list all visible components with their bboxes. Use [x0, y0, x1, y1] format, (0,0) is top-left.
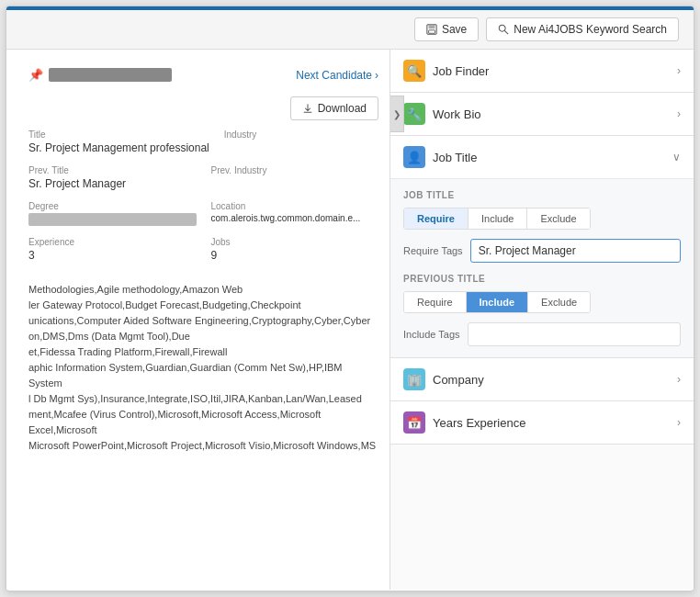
svg-line-4: [505, 30, 509, 34]
job-finder-header-left: 🔍 Job Finder: [403, 60, 489, 82]
job-finder-title: Job Finder: [433, 64, 489, 78]
tab-require-prev-title[interactable]: Require: [404, 292, 467, 312]
collapse-icon: ❯: [393, 109, 401, 119]
degree-label: Degree: [28, 201, 197, 211]
svg-rect-2: [428, 30, 435, 33]
tab-exclude-prev-title[interactable]: Exclude: [528, 292, 590, 312]
location-value: com.alerois.twg.common.domain.e...: [211, 213, 379, 223]
right-panel: ❯ 🔍 Job Finder › 🔧 Work Bio: [390, 50, 694, 590]
work-bio-header[interactable]: 🔧 Work Bio ›: [390, 93, 694, 135]
save-button[interactable]: Save: [414, 17, 479, 41]
prev-industry-col: Prev. Industry: [211, 165, 379, 190]
accordion-item-job-finder: 🔍 Job Finder ›: [390, 50, 694, 93]
next-candidate-link[interactable]: Next Candidate ›: [296, 69, 378, 82]
save-icon: [426, 24, 437, 35]
prev-title-col: Prev. Title Sr. Project Manager: [28, 165, 197, 190]
degree-value: [28, 213, 197, 226]
years-exp-header[interactable]: 📅 Years Experience ›: [390, 401, 694, 444]
prev-title-value: Sr. Project Manager: [28, 177, 197, 190]
industry-label: Industry: [224, 130, 378, 140]
tab-require-job-title[interactable]: Require: [404, 208, 469, 229]
candidate-name: Jon Worthington: [49, 68, 172, 82]
app-window: Save New Ai4JOBS Keyword Search 📌 Jon Wo…: [6, 6, 694, 591]
job-title-chevron: ∨: [672, 151, 681, 163]
pin-icon: 📌: [28, 68, 43, 82]
title-label: Title: [28, 130, 209, 140]
location-label: Location: [211, 201, 379, 211]
experience-col: Experience 3: [28, 237, 197, 262]
job-title-title: Job Title: [433, 151, 477, 164]
company-header-left: 🏢 Company: [403, 368, 484, 390]
company-title: Company: [433, 373, 484, 387]
info-row-3: Degree Location com.alerois.twg.common.d…: [28, 201, 378, 226]
accordion-item-company: 🏢 Company ›: [390, 358, 694, 401]
require-tags-label: Require Tags: [403, 245, 463, 256]
candidate-name-area: 📌 Jon Worthington: [28, 68, 172, 82]
company-header[interactable]: 🏢 Company ›: [390, 358, 694, 400]
work-bio-icon: 🔧: [403, 103, 425, 125]
years-exp-title: Years Experience: [433, 416, 525, 430]
tab-include-job-title[interactable]: Include: [469, 208, 527, 229]
svg-point-3: [500, 25, 506, 31]
search-icon: [498, 24, 509, 35]
download-button[interactable]: Download: [290, 96, 378, 120]
work-bio-header-left: 🔧 Work Bio: [403, 103, 481, 125]
job-finder-icon: 🔍: [403, 60, 425, 82]
job-title-section-label: JOB TITLE: [403, 190, 681, 200]
main-content: 📌 Jon Worthington Next Candidate › Downl…: [6, 50, 694, 590]
candidate-header: 📌 Jon Worthington Next Candidate ›: [17, 61, 390, 89]
chevron-right-icon: ›: [375, 69, 378, 82]
info-row-1: Title Sr. Project Management professiona…: [28, 130, 378, 154]
years-exp-header-left: 📅 Years Experience: [403, 411, 525, 434]
skills-section: Methodologies,Agile methodology,Amazon W…: [17, 273, 390, 455]
work-bio-title: Work Bio: [433, 107, 481, 121]
skills-text: Methodologies,Agile methodology,Amazon W…: [28, 282, 378, 455]
include-tags-input[interactable]: [468, 322, 681, 346]
experience-value: 3: [28, 249, 197, 262]
info-row-4: Experience 3 Jobs 9: [28, 237, 378, 262]
prev-title-tab-group: Require Include Exclude: [403, 291, 591, 313]
company-chevron: ›: [677, 373, 681, 386]
accordion-item-years-exp: 📅 Years Experience ›: [390, 401, 694, 445]
left-panel: 📌 Jon Worthington Next Candidate › Downl…: [6, 50, 390, 590]
header-toolbar: Save New Ai4JOBS Keyword Search: [6, 10, 694, 50]
tab-include-prev-title[interactable]: Include: [467, 292, 529, 312]
download-icon: [302, 103, 313, 114]
require-tags-row: Require Tags: [403, 239, 681, 263]
job-title-tab-group: Require Include Exclude: [403, 208, 591, 230]
job-finder-header[interactable]: 🔍 Job Finder ›: [390, 50, 694, 92]
degree-col: Degree: [28, 201, 197, 226]
job-title-header[interactable]: 👤 Job Title ∨: [390, 136, 694, 178]
prev-title-subsection: PREVIOUS TITLE Require Include Exclude I…: [403, 274, 681, 346]
prev-title-section-label: PREVIOUS TITLE: [403, 274, 681, 284]
company-icon: 🏢: [403, 368, 425, 390]
experience-label: Experience: [28, 237, 197, 247]
download-area: Download: [17, 96, 390, 130]
include-tags-row: Include Tags: [403, 322, 681, 346]
accordion-item-job-title: 👤 Job Title ∨ JOB TITLE Require Include …: [390, 136, 694, 358]
jobs-value: 9: [211, 249, 379, 262]
tab-exclude-job-title[interactable]: Exclude: [527, 208, 589, 229]
jobs-label: Jobs: [211, 237, 379, 247]
prev-industry-label: Prev. Industry: [211, 165, 379, 175]
title-value: Sr. Project Management professional: [28, 141, 209, 154]
collapse-panel-button[interactable]: ❯: [390, 96, 404, 132]
work-bio-chevron: ›: [677, 107, 681, 120]
accordion-item-work-bio: 🔧 Work Bio ›: [390, 93, 694, 136]
candidate-info-grid: Title Sr. Project Management professiona…: [17, 130, 390, 262]
years-exp-icon: 📅: [403, 411, 425, 434]
years-exp-chevron: ›: [677, 416, 681, 429]
require-tags-input[interactable]: [470, 239, 681, 263]
industry-col: Industry: [224, 130, 378, 154]
location-col: Location com.alerois.twg.common.domain.e…: [211, 201, 379, 226]
keyword-search-button[interactable]: New Ai4JOBS Keyword Search: [486, 17, 679, 41]
jobs-col: Jobs 9: [211, 237, 379, 262]
job-title-header-left: 👤 Job Title: [403, 146, 477, 168]
job-finder-chevron: ›: [677, 64, 681, 77]
prev-title-label: Prev. Title: [28, 165, 197, 175]
job-title-body: JOB TITLE Require Include Exclude Requir…: [390, 178, 694, 357]
include-tags-label: Include Tags: [403, 329, 460, 340]
title-col: Title Sr. Project Management professiona…: [28, 130, 209, 154]
info-row-2: Prev. Title Sr. Project Manager Prev. In…: [28, 165, 378, 190]
job-title-icon: 👤: [403, 146, 425, 168]
